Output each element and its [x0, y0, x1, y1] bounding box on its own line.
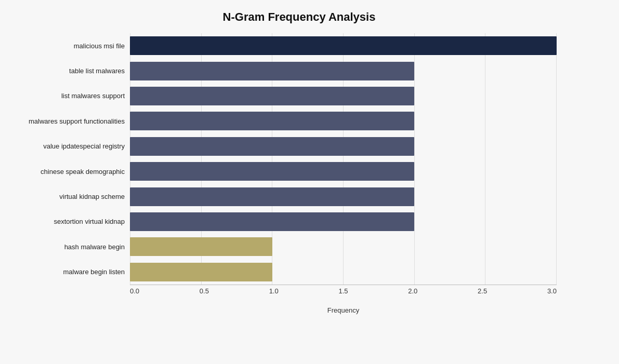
x-axis-line — [130, 285, 557, 285]
bar — [130, 237, 272, 256]
bar — [130, 112, 414, 130]
bar-row: value ipdatespecial registry — [130, 134, 557, 159]
bar-row: malware begin listen — [130, 260, 557, 285]
x-tick: 1.5 — [338, 287, 348, 295]
bar-row: malwares support functionalities — [130, 109, 557, 133]
chart-container: N-Gram Frequency Analysis malicious msi … — [0, 0, 619, 364]
bar — [130, 87, 414, 105]
bar-label: hash malware begin — [10, 243, 125, 251]
x-tick: 2.0 — [408, 287, 417, 295]
x-axis: 0.00.51.01.52.02.53.0 — [10, 285, 588, 305]
bar-rows: malicious msi filetable list malwareslis… — [10, 33, 588, 285]
x-tick: 2.5 — [478, 287, 487, 295]
bar-label: sextortion virtual kidnap — [10, 218, 125, 225]
bar-row: virtual kidnap scheme — [130, 184, 557, 209]
x-tick: 0.0 — [130, 287, 139, 295]
bar — [130, 162, 414, 181]
x-tick: 3.0 — [547, 287, 557, 295]
x-ticks: 0.00.51.01.52.02.53.0 — [130, 287, 557, 295]
bar — [130, 137, 414, 156]
bar-label: malware begin listen — [10, 268, 125, 276]
bar-row: list malwares support — [130, 84, 557, 109]
bar — [130, 62, 414, 80]
bar-label: chinese speak demographic — [10, 168, 125, 176]
x-tick: 1.0 — [269, 287, 279, 295]
bar — [130, 187, 414, 206]
chart-area: malicious msi filetable list malwareslis… — [10, 33, 588, 314]
bar-row: table list malwares — [130, 59, 557, 84]
bar-label: list malwares support — [10, 92, 125, 100]
bar — [130, 212, 414, 231]
bar-row: sextortion virtual kidnap — [130, 209, 557, 234]
bar-row: hash malware begin — [130, 234, 557, 259]
bar — [130, 263, 272, 281]
bar-label: table list malwares — [10, 67, 125, 75]
bar — [130, 36, 557, 55]
x-tick: 0.5 — [200, 287, 209, 295]
x-axis-label: Frequency — [10, 306, 588, 314]
bar-label: value ipdatespecial registry — [10, 142, 125, 150]
bar-label: malicious msi file — [10, 42, 125, 50]
bar-row: chinese speak demographic — [130, 159, 557, 184]
bar-row: malicious msi file — [130, 33, 557, 58]
chart-title: N-Gram Frequency Analysis — [10, 10, 588, 24]
bar-label: virtual kidnap scheme — [10, 193, 125, 200]
bar-label: malwares support functionalities — [10, 117, 125, 125]
